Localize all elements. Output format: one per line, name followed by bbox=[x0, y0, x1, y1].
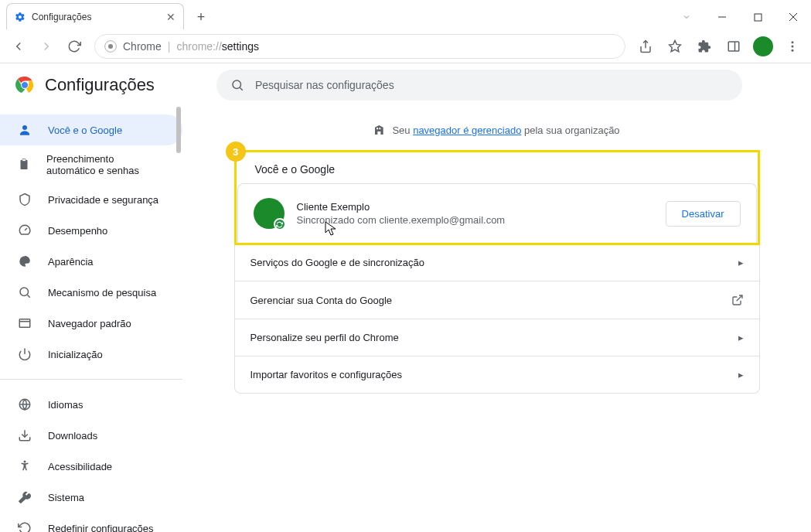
window-minimize-button[interactable] bbox=[704, 5, 740, 29]
profile-row: Cliente Exemplo Sincronizado com cliente… bbox=[238, 184, 756, 243]
tab-title: Configurações bbox=[32, 12, 91, 22]
share-icon[interactable] bbox=[633, 34, 658, 59]
accessibility-icon bbox=[17, 459, 32, 473]
sidebar-item-search-engine[interactable]: Mecanismo de pesquisa bbox=[0, 277, 182, 308]
sidebar-item-startup[interactable]: Inicialização bbox=[0, 339, 182, 370]
window-maximize-button[interactable] bbox=[740, 5, 775, 29]
highlight-badge: 3 bbox=[226, 142, 246, 162]
settings-header: Configurações Pesquisar nas configuraçõe… bbox=[0, 63, 811, 107]
forward-button[interactable] bbox=[34, 34, 59, 59]
row-label: Personalize seu perfil do Chrome bbox=[250, 332, 399, 343]
sidebar-item-label: Mecanismo de pesquisa bbox=[48, 287, 156, 298]
building-icon bbox=[373, 124, 386, 136]
palette-icon bbox=[17, 254, 32, 268]
sidebar-item-label: Privacidade e segurança bbox=[48, 194, 158, 206]
sidebar-item-label: Idiomas bbox=[48, 399, 83, 411]
profile-avatar-icon[interactable] bbox=[751, 34, 775, 59]
svg-rect-8 bbox=[728, 42, 739, 51]
svg-line-17 bbox=[240, 87, 242, 90]
settings-title-group: Configurações bbox=[15, 75, 155, 95]
sidebar-item-label: Inicialização bbox=[48, 349, 103, 360]
sidebar-item-system[interactable]: Sistema bbox=[0, 482, 182, 513]
power-icon bbox=[17, 347, 32, 361]
sidebar-item-performance[interactable]: Desempenho bbox=[0, 215, 182, 246]
bookmark-star-icon[interactable] bbox=[663, 34, 687, 59]
sidebar-item-label: Desempenho bbox=[48, 225, 107, 237]
sidebar-item-accessibility[interactable]: Acessibilidade bbox=[0, 451, 182, 482]
svg-point-18 bbox=[22, 125, 27, 130]
reset-icon bbox=[17, 521, 32, 532]
disable-sync-button[interactable]: Desativar bbox=[666, 201, 741, 227]
extensions-icon[interactable] bbox=[692, 34, 717, 59]
reload-button[interactable] bbox=[62, 34, 87, 59]
wrench-icon bbox=[17, 490, 32, 504]
window-titlebar: Configurações ✕ + bbox=[0, 0, 811, 29]
profile-name: Cliente Exemplo bbox=[297, 201, 506, 213]
external-link-icon bbox=[731, 294, 744, 306]
highlight-annotation: 3 Você e o Google Cliente Exemplo Sincro… bbox=[234, 150, 760, 245]
search-icon bbox=[230, 78, 244, 92]
sidebar-item-downloads[interactable]: Downloads bbox=[0, 420, 182, 451]
managed-link[interactable]: navegador é gerenciado bbox=[413, 124, 521, 136]
svg-rect-1 bbox=[755, 14, 762, 21]
speedometer-icon bbox=[17, 223, 32, 237]
managed-banner: Seu navegador é gerenciado pela sua orga… bbox=[234, 116, 760, 150]
sidebar-item-autofill[interactable]: Preenchimento automático e senhas bbox=[0, 145, 182, 184]
row-label: Gerenciar sua Conta do Google bbox=[250, 295, 393, 306]
omnibox-url: chrome://settings bbox=[176, 40, 259, 53]
side-panel-icon[interactable] bbox=[721, 34, 746, 59]
address-bar[interactable]: Chrome | chrome://settings bbox=[94, 34, 625, 59]
row-manage-google-account[interactable]: Gerenciar sua Conta do Google bbox=[235, 281, 759, 319]
row-label: Serviços do Google e de sincronização bbox=[250, 257, 424, 268]
toolbar: Chrome | chrome://settings bbox=[0, 29, 811, 63]
scrollbar[interactable] bbox=[176, 107, 181, 153]
page-title: Configurações bbox=[45, 75, 155, 95]
sidebar-item-label: Aparência bbox=[48, 256, 94, 268]
clipboard-icon bbox=[17, 158, 31, 172]
sidebar-item-default-browser[interactable]: Navegador padrão bbox=[0, 308, 182, 339]
sidebar-item-you-and-google[interactable]: Você e o Google bbox=[0, 114, 182, 145]
sidebar-item-appearance[interactable]: Aparência bbox=[0, 246, 182, 277]
menu-kebab-icon[interactable] bbox=[780, 34, 805, 59]
row-import-bookmarks[interactable]: Importar favoritos e configurações ▸ bbox=[235, 356, 759, 393]
new-tab-button[interactable]: + bbox=[190, 6, 212, 28]
shield-icon bbox=[17, 193, 32, 206]
content-area: Seu navegador é gerenciado pela sua orga… bbox=[182, 107, 811, 532]
svg-line-21 bbox=[25, 228, 27, 230]
svg-point-22 bbox=[20, 288, 29, 296]
browser-tab[interactable]: Configurações ✕ bbox=[6, 3, 184, 29]
svg-point-5 bbox=[108, 44, 113, 49]
svg-point-12 bbox=[792, 49, 794, 51]
sync-badge-icon bbox=[274, 218, 286, 230]
chrome-logo-icon bbox=[104, 40, 117, 53]
sidebar-item-languages[interactable]: Idiomas bbox=[0, 389, 182, 420]
svg-point-10 bbox=[792, 41, 794, 43]
chevron-right-icon: ▸ bbox=[738, 257, 744, 268]
managed-suffix: pela sua organização bbox=[521, 124, 619, 136]
back-button[interactable] bbox=[6, 34, 31, 59]
omnibox-chrome-label: Chrome bbox=[123, 40, 162, 53]
download-icon bbox=[17, 428, 32, 442]
svg-point-16 bbox=[233, 80, 241, 89]
window-caret-icon[interactable] bbox=[669, 5, 704, 29]
sidebar: Você e o Google Preenchimento automático… bbox=[0, 107, 182, 532]
svg-rect-20 bbox=[22, 159, 26, 162]
sidebar-item-reset[interactable]: Redefinir configurações bbox=[0, 513, 182, 532]
sidebar-item-privacy[interactable]: Privacidade e segurança bbox=[0, 184, 182, 215]
globe-icon bbox=[17, 397, 32, 411]
person-icon bbox=[17, 123, 32, 137]
window-close-button[interactable] bbox=[775, 5, 811, 29]
settings-gear-icon bbox=[15, 12, 26, 22]
chrome-logo-icon bbox=[15, 76, 34, 94]
chevron-right-icon: ▸ bbox=[738, 369, 744, 380]
svg-marker-7 bbox=[670, 40, 681, 51]
section-title: Você e o Google bbox=[237, 152, 758, 183]
search-icon bbox=[17, 285, 32, 299]
row-customize-profile[interactable]: Personalize seu perfil do Chrome ▸ bbox=[235, 319, 759, 356]
sidebar-item-label: Você e o Google bbox=[48, 124, 122, 136]
close-tab-icon[interactable]: ✕ bbox=[166, 11, 175, 23]
window-controls bbox=[669, 5, 811, 29]
settings-search-input[interactable]: Pesquisar nas configurações bbox=[216, 70, 742, 101]
row-sync-services[interactable]: Serviços do Google e de sincronização ▸ bbox=[235, 244, 759, 281]
svg-rect-24 bbox=[19, 319, 30, 328]
